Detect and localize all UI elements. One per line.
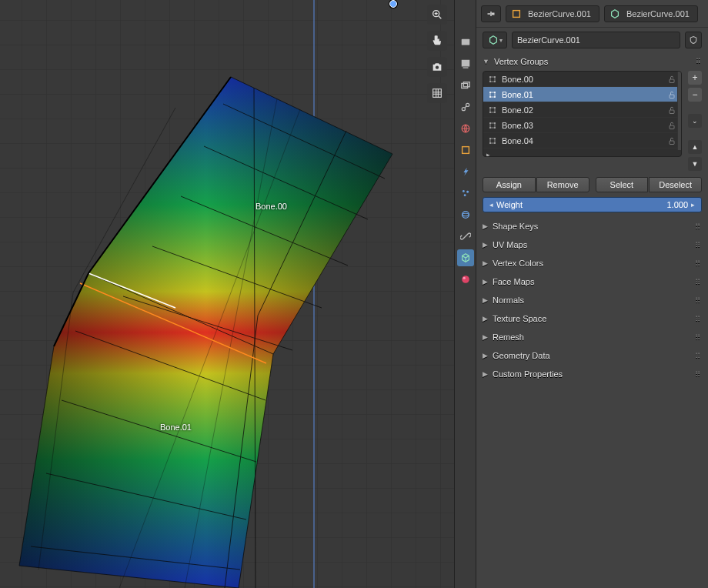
fake-user-toggle[interactable] (685, 32, 702, 48)
select-button[interactable]: Select (596, 177, 649, 192)
datablock-browse[interactable]: ▾ (483, 32, 507, 48)
vertex-group-item[interactable]: Bone.04 (483, 133, 681, 149)
svg-rect-5 (433, 89, 442, 98)
tab-particles[interactable] (457, 185, 474, 202)
panel-drag-icon[interactable]: ⠿ (695, 241, 702, 249)
remove-button[interactable]: Remove (536, 177, 589, 192)
svg-rect-45 (670, 125, 674, 129)
list-expand-icon[interactable]: ▸ (486, 151, 490, 157)
panel-drag-icon[interactable]: ⠿ (695, 278, 702, 286)
remove-vertex-group-button[interactable]: − (688, 88, 702, 102)
assign-button[interactable]: Assign (483, 177, 536, 192)
panel-vertex-colors[interactable]: ▶Vertex Colors⠿ (476, 254, 708, 272)
svg-rect-6 (461, 39, 469, 45)
weight-slider[interactable]: ◂ Weight 1.000 ▸ (483, 197, 702, 212)
properties-header: BezierCurve.001 BezierCurve.001 (476, 0, 708, 28)
move-down-button[interactable]: ▼ (688, 157, 702, 171)
unlock-icon[interactable] (667, 136, 676, 145)
panel-remesh[interactable]: ▶Remesh⠿ (476, 328, 708, 346)
chevron-right-icon: ▸ (691, 201, 695, 209)
vertex-group-label: Bone.03 (502, 121, 533, 130)
svg-point-11 (462, 108, 465, 111)
tab-physics[interactable] (457, 206, 474, 223)
tab-mesh-data[interactable] (457, 249, 474, 266)
datablock-name-row: ▾ (476, 28, 708, 52)
properties-panel: BezierCurve.001 BezierCurve.001 ▾ ▼ Vert… (476, 0, 708, 588)
vertex-group-item[interactable]: Bone.03 (483, 118, 681, 133)
tab-render[interactable] (457, 34, 474, 51)
unlock-icon[interactable] (667, 75, 676, 84)
svg-rect-10 (463, 82, 469, 87)
panel-label: Texture Space (493, 314, 546, 323)
vertex-groups-header[interactable]: ▼ Vertex Groups ⠿ (476, 52, 708, 71)
vertex-group-item[interactable]: Bone.02 (483, 102, 681, 118)
svg-rect-8 (463, 67, 468, 68)
panel-normals[interactable]: ▶Normals⠿ (476, 291, 708, 309)
vertex-groups-title: Vertex Groups (494, 57, 548, 66)
panel-drag-icon[interactable]: ⠿ (695, 259, 702, 268)
unlock-icon[interactable] (667, 105, 676, 115)
zoom-icon[interactable] (427, 5, 447, 25)
breadcrumb-object[interactable]: BezierCurve.001 (506, 5, 599, 22)
tab-view-layer[interactable] (457, 77, 474, 94)
svg-rect-24 (492, 12, 495, 15)
vertex-group-label: Bone.04 (502, 136, 533, 145)
list-scrollbar[interactable] (677, 72, 681, 150)
tab-modifier[interactable] (457, 163, 474, 180)
bone-label-0: Bone.00 (255, 202, 287, 211)
breadcrumb-data-label: BezierCurve.001 (626, 9, 690, 18)
panel-face-maps[interactable]: ▶Face Maps⠿ (476, 272, 708, 291)
breadcrumb-object-label: BezierCurve.001 (528, 9, 591, 18)
panel-drag-icon[interactable]: ⠿ (695, 333, 702, 342)
cursor-3d-indicator (389, 0, 397, 8)
tab-constraints[interactable] (457, 228, 474, 245)
panel-drag-icon[interactable]: ⠿ (695, 296, 702, 305)
chevron-left-icon: ◂ (489, 201, 493, 209)
panel-geometry-data[interactable]: ▶Geometry Data⠿ (476, 346, 708, 365)
vertex-group-specials-menu[interactable]: ⌄ (688, 114, 702, 128)
vertex-group-item[interactable]: Bone.01 (483, 87, 681, 102)
tab-material[interactable] (457, 271, 474, 288)
breadcrumb-data[interactable]: BezierCurve.001 (604, 5, 698, 22)
panel-drag-icon[interactable]: ⠿ (696, 58, 702, 65)
viewport-3d[interactable]: Bone.00 Bone.01 (0, 0, 454, 588)
add-vertex-group-button[interactable]: + (688, 71, 702, 85)
pin-icon[interactable] (481, 5, 501, 22)
panel-shape-keys[interactable]: ▶Shape Keys⠿ (476, 217, 708, 236)
vertex-groups-list[interactable]: Bone.00 Bone.01 Bone.02 (483, 71, 682, 157)
unlock-icon[interactable] (667, 90, 676, 99)
vertex-group-item[interactable]: Bone.00 (483, 72, 681, 87)
panel-label: Vertex Colors (493, 259, 543, 268)
panel-label: Geometry Data (493, 351, 550, 360)
panel-drag-icon[interactable]: ⠿ (695, 315, 702, 323)
svg-point-21 (463, 277, 465, 279)
panel-texture-space[interactable]: ▶Texture Space⠿ (476, 309, 708, 328)
perspective-grid-icon[interactable] (427, 83, 447, 103)
camera-icon[interactable] (427, 57, 447, 77)
tab-output[interactable] (457, 55, 474, 72)
svg-point-17 (463, 194, 466, 196)
move-up-button[interactable]: ▲ (688, 140, 702, 154)
svg-point-12 (466, 103, 469, 106)
svg-rect-40 (670, 110, 674, 114)
panel-drag-icon[interactable]: ⠿ (695, 352, 702, 360)
panel-drag-icon[interactable]: ⠿ (695, 222, 702, 231)
panel-uv-maps[interactable]: ▶UV Maps⠿ (476, 236, 708, 254)
tab-object[interactable] (457, 142, 474, 159)
datablock-name-input[interactable] (512, 32, 680, 48)
unlock-icon[interactable] (667, 121, 676, 130)
svg-rect-25 (513, 10, 520, 17)
panel-label: UV Maps (493, 240, 527, 249)
deselect-button[interactable]: Deselect (649, 177, 702, 192)
tab-world[interactable] (457, 120, 474, 137)
panel-drag-icon[interactable]: ⠿ (695, 370, 702, 379)
vertex-group-icon (488, 136, 497, 145)
svg-rect-30 (670, 79, 674, 83)
tab-scene[interactable] (457, 99, 474, 115)
svg-rect-50 (670, 141, 674, 145)
vertex-group-icon (488, 105, 497, 115)
svg-rect-14 (462, 147, 469, 154)
pan-icon[interactable] (427, 31, 447, 51)
weight-label: Weight (496, 200, 523, 209)
panel-custom-properties[interactable]: ▶Custom Properties⠿ (476, 365, 708, 383)
